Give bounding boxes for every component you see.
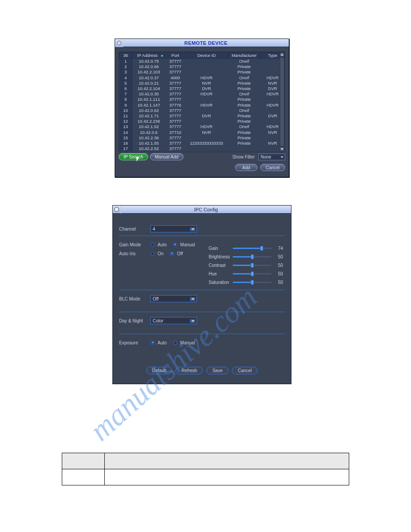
table-row[interactable]: 810.42.1.11137777Private <box>120 97 285 102</box>
col-device-id[interactable]: Device ID <box>185 52 227 59</box>
exposure-label: Exposure <box>119 340 150 345</box>
remote-device-title: REMOTE DEVICE <box>123 40 289 46</box>
col-manufacturer[interactable]: Manufacturer <box>227 52 261 59</box>
table-row[interactable]: 710.42.0.3537777HDVROnvifHDVR <box>120 91 285 97</box>
table-cell: 10.42.2.36 <box>132 135 165 140</box>
table-cell: Onvif <box>227 75 261 80</box>
exposure-auto-radio[interactable] <box>150 341 154 345</box>
gain-mode-manual-radio[interactable] <box>173 243 177 247</box>
col-port[interactable]: Port <box>165 52 185 59</box>
table-row[interactable]: 510.42.0.2137777NVRPrivateNVR <box>120 80 285 86</box>
table-cell: 37777 <box>165 80 185 86</box>
auto-iris-off-radio[interactable] <box>170 252 174 256</box>
param-header-2 <box>105 453 349 469</box>
table-cell: 37777 <box>165 113 185 118</box>
default-button[interactable]: Default <box>146 367 172 374</box>
table-cell: 5 <box>120 80 133 86</box>
day-night-select[interactable]: Color <box>150 317 197 324</box>
table-cell: 4 <box>120 75 133 80</box>
slider-row: Saturation50 <box>209 278 287 287</box>
scroll-up-button[interactable] <box>280 52 284 57</box>
ipc-titlebar: IPC Config <box>113 206 291 214</box>
table-cell: 10.42.0.35 <box>132 91 165 97</box>
gain-mode-label: Gain Mode <box>119 242 150 247</box>
exposure-manual-radio[interactable] <box>173 341 177 345</box>
scroll-down-button[interactable] <box>280 147 284 151</box>
blc-select[interactable]: Off <box>150 295 197 302</box>
scrollbar-track[interactable] <box>280 57 284 146</box>
channel-select[interactable]: 4 <box>150 225 197 232</box>
table-row[interactable]: 1410.42.0.637710NVRPrivateNVR <box>120 129 285 135</box>
table-cell: Private <box>227 135 261 140</box>
slider-thumb[interactable] <box>251 263 254 268</box>
table-row[interactable]: 1210.42.2.23637777Private <box>120 119 285 124</box>
table-row[interactable]: 1110.42.1.7137777DVRPrivateDVR <box>120 113 285 118</box>
slider-row: Contrast50 <box>209 261 287 270</box>
remote-device-dialog: REMOTE DEVICE 36 IP Address Port Device … <box>115 39 289 177</box>
table-cell: 9 <box>120 102 133 107</box>
slider-value: 74 <box>274 246 283 251</box>
refresh-button[interactable]: Refresh <box>176 367 203 374</box>
cancel-button[interactable]: Cancel <box>232 367 257 374</box>
table-row[interactable]: 310.42.2.10337777Private <box>120 69 285 75</box>
table-row[interactable]: 410.42.0.374000HDVROnvifHDVR <box>120 75 285 80</box>
table-cell: 10.42.2.104 <box>132 86 165 91</box>
table-cell: Private <box>227 119 261 124</box>
slider-value: 50 <box>274 254 283 259</box>
gain-mode-manual-text: Manual <box>180 242 195 247</box>
show-filter-select[interactable]: None <box>258 154 285 160</box>
slider-track[interactable] <box>233 282 271 283</box>
slider-track[interactable] <box>233 248 271 249</box>
table-cell: Onvif <box>227 91 261 97</box>
table-cell: 37777 <box>165 69 185 75</box>
add-button[interactable]: Add <box>235 164 257 171</box>
table-row[interactable]: 1610.42.1.553777712333333333333PrivateNV… <box>120 140 285 146</box>
table-row[interactable]: 1010.42.0.6237777Onvif <box>120 107 285 113</box>
table-cell: 10.42.2.52 <box>132 146 165 151</box>
slider-value: 50 <box>274 280 283 285</box>
table-row[interactable]: 910.42.1.14737776HDVRPrivateHDVR <box>120 102 285 107</box>
slider-track[interactable] <box>233 265 271 266</box>
table-cell: HDVR <box>185 91 227 97</box>
table-cell: HDVR <box>185 124 227 129</box>
table-cell: 1 <box>120 59 133 64</box>
table-row[interactable]: 1310.42.1.5237777HDVROnvifHDVR <box>120 124 285 129</box>
slider-thumb[interactable] <box>251 280 254 285</box>
table-cell: NVR <box>185 129 227 135</box>
slider-label: Brightness <box>209 254 233 259</box>
table-row[interactable]: 1710.42.2.5237777 <box>120 146 285 151</box>
table-cell: Private <box>227 97 261 102</box>
table-row[interactable]: 610.42.2.10437777DVRPrivateDVR <box>120 86 285 91</box>
blc-label: BLC Mode <box>119 296 150 301</box>
table-cell: 37710 <box>165 129 185 135</box>
ip-search-button[interactable]: IP Search <box>119 153 148 160</box>
slider-track[interactable] <box>233 256 271 257</box>
slider-thumb[interactable] <box>251 254 254 259</box>
table-row[interactable]: 1510.42.2.3637777Private <box>120 135 285 140</box>
auto-iris-on-radio[interactable] <box>150 252 154 256</box>
slider-thumb[interactable] <box>251 271 254 276</box>
table-cell: 37777 <box>165 97 185 102</box>
col-count[interactable]: 36 <box>120 52 133 59</box>
cancel-button[interactable]: Cancel <box>260 164 285 171</box>
table-cell: DVR <box>185 113 227 118</box>
table-cell: 37776 <box>165 102 185 107</box>
table-cell: Onvif <box>227 59 261 64</box>
table-row[interactable]: 110.42.0.7537777Onvif <box>120 59 285 64</box>
gain-mode-auto-radio[interactable] <box>150 243 154 247</box>
col-ip[interactable]: IP Address <box>132 52 165 59</box>
slider-label: Contrast <box>209 263 233 268</box>
manual-add-button[interactable]: Manual Add <box>150 153 184 160</box>
save-button[interactable]: Save <box>206 367 228 374</box>
table-cell: 10.42.0.75 <box>132 59 165 64</box>
table-cell: 10 <box>120 107 133 113</box>
device-table: 36 IP Address Port Device ID Manufacture… <box>119 52 285 151</box>
table-cell: 17 <box>120 146 133 151</box>
ipc-config-dialog: IPC Config Channel 4 Gain Mode Auto Manu… <box>112 205 291 384</box>
table-cell: 10.42.0.62 <box>132 107 165 113</box>
table-row[interactable]: 210.42.0.6637777Private <box>120 64 285 69</box>
dialog-icon <box>113 206 121 214</box>
table-cell: 37777 <box>165 86 185 91</box>
slider-track[interactable] <box>233 273 271 275</box>
slider-thumb[interactable] <box>260 246 263 251</box>
